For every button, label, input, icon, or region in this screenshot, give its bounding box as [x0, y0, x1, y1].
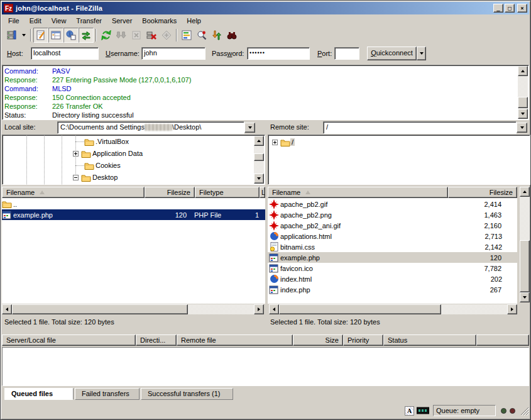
toggle-local-tree-button[interactable] — [48, 28, 63, 43]
filter-button[interactable] — [179, 28, 194, 43]
tree-item-root[interactable]: / — [272, 136, 295, 148]
remote-file-row[interactable]: index.php 267 — [268, 284, 517, 295]
remote-site-combo-dropdown[interactable] — [517, 123, 527, 133]
quickconnect-button[interactable]: Quickconnect — [367, 47, 417, 60]
remote-list-hscrollbar-thumb[interactable] — [279, 304, 441, 314]
menu-edit[interactable]: Edit — [25, 16, 47, 26]
queue-column-direction[interactable]: Directi... — [136, 334, 177, 346]
menu-help[interactable]: Help — [182, 16, 206, 26]
menu-transfer[interactable]: Transfer — [71, 16, 107, 26]
toggle-transfer-queue-button[interactable] — [79, 28, 94, 43]
folder-icon — [81, 174, 91, 182]
local-column-filesize[interactable]: Filesize — [145, 187, 195, 198]
remote-file-row[interactable]: index.html 202 — [268, 274, 517, 284]
log-scroll-down-button[interactable] — [518, 109, 528, 119]
toggle-remote-tree-button[interactable] — [63, 28, 79, 43]
filename-cell: applications.html — [280, 233, 447, 240]
filename-cell: bitnami.css — [280, 243, 447, 251]
refresh-button[interactable] — [99, 28, 114, 43]
port-input[interactable] — [334, 47, 359, 60]
tree-item-cookies[interactable]: Cookies — [73, 160, 122, 171]
find-files-button[interactable] — [224, 28, 239, 43]
tab-queued-files[interactable]: Queued files — [4, 388, 74, 400]
tree-item-virtualbox[interactable]: .VirtualBox — [73, 136, 130, 147]
queue-column-server-local-file[interactable]: Server/Local file — [2, 334, 136, 346]
log-scroll-up-button[interactable] — [518, 66, 528, 76]
remote-list-scroll-right-button[interactable] — [507, 304, 517, 314]
local-file-row-parent[interactable]: .. — [2, 199, 265, 209]
site-manager-dropdown-button[interactable] — [19, 28, 28, 43]
remote-file-row[interactable]: apache_pb2.png 1,463 — [268, 209, 517, 220]
remote-list-scrollbar-thumb[interactable] — [520, 240, 530, 292]
tab-successful-transfers[interactable]: Successful transfers (1) — [141, 388, 233, 400]
host-input[interactable]: localhost — [31, 47, 99, 60]
remote-list-scroll-left-button[interactable] — [269, 304, 279, 314]
toggle-message-log-button[interactable] — [33, 28, 48, 43]
tab-failed-transfers[interactable]: Failed transfers — [75, 388, 140, 400]
local-column-filetype[interactable]: Filetype — [195, 187, 260, 198]
reconnect-button[interactable] — [159, 28, 174, 43]
remote-file-row[interactable]: apache_pb2.gif 2,414 — [268, 199, 517, 209]
close-button[interactable]: × — [517, 4, 527, 13]
remote-file-row[interactable]: apache_pb2_ani.gif 2,160 — [268, 220, 517, 231]
arrow-right-icon — [511, 307, 513, 311]
disconnect-button[interactable] — [144, 28, 159, 43]
remote-file-row[interactable]: favicon.ico 7,782 — [268, 263, 517, 274]
collapse-minus-icon[interactable] — [73, 175, 79, 180]
datatype-ascii-icon[interactable]: A — [405, 406, 414, 416]
indicator-badge-icon[interactable] — [417, 407, 429, 414]
cancel-operation-button[interactable] — [129, 28, 144, 43]
queue-column-status[interactable]: Status — [383, 334, 476, 346]
local-list-hscrollbar-thumb[interactable] — [12, 304, 188, 314]
local-site-path-combo[interactable]: C:\Documents and Settings\Desktop\ — [57, 121, 244, 134]
tree-guide-line — [26, 135, 27, 184]
php-file-icon — [269, 253, 279, 262]
tree-item-application-data[interactable]: Application Data — [73, 148, 144, 159]
menu-server[interactable]: Server — [107, 16, 137, 26]
resize-grip[interactable] — [519, 406, 529, 416]
username-input[interactable]: john — [141, 47, 205, 60]
remote-list-scroll-up-button[interactable] — [520, 187, 530, 197]
remote-file-row[interactable]: bitnami.css 2,142 — [268, 241, 517, 252]
filename-cell: apache_pb2.gif — [280, 201, 446, 208]
menu-view[interactable]: View — [47, 16, 72, 26]
menu-file[interactable]: File — [3, 16, 25, 26]
local-site-bar: Local site: C:\Documents and Settings\De… — [2, 121, 266, 135]
remote-file-row[interactable]: applications.html 2,713 — [268, 231, 517, 241]
process-queue-button[interactable] — [114, 28, 129, 43]
log-scrollbar-thumb[interactable] — [518, 97, 528, 108]
local-column-filename[interactable]: Filename — [2, 187, 145, 198]
expand-plus-icon[interactable] — [272, 140, 278, 145]
expand-plus-icon[interactable] — [73, 151, 79, 157]
directory-comparison-button[interactable] — [194, 28, 209, 43]
queue-column-remote-file[interactable]: Remote file — [177, 334, 293, 346]
local-tree-scroll-up-button[interactable] — [254, 136, 264, 146]
remote-column-filename[interactable]: Filename — [268, 187, 448, 198]
remote-column-filesize[interactable]: Filesize — [448, 187, 517, 198]
queue-column-size[interactable]: Size — [293, 334, 343, 346]
log-line-text: 150 Connection accepted — [52, 93, 131, 102]
activity-led-red-icon — [510, 408, 515, 414]
local-file-row-selected[interactable]: example.php 120 PHP File 1 — [2, 209, 265, 220]
tree-item-desktop[interactable]: Desktop — [73, 172, 119, 183]
remote-list-scroll-down-button[interactable] — [520, 292, 530, 302]
local-list-scroll-left-button[interactable] — [2, 304, 12, 314]
password-input[interactable]: •••••• — [247, 47, 310, 60]
quickconnect-dropdown-button[interactable] — [417, 47, 426, 60]
remote-site-path-combo[interactable]: / — [323, 121, 517, 134]
synchronized-browsing-button[interactable] — [209, 28, 224, 43]
local-tree-scroll-down-button[interactable] — [254, 174, 264, 184]
queue-column-priority[interactable]: Priority — [343, 334, 383, 346]
remote-file-row-selected[interactable]: example.php 120 — [268, 252, 517, 263]
local-tree-scrollbar-thumb[interactable] — [254, 153, 264, 161]
maximize-button[interactable]: □ — [505, 4, 515, 13]
site-manager-button[interactable] — [4, 28, 19, 43]
local-site-combo-dropdown[interactable] — [244, 123, 255, 133]
local-selection-status: Selected 1 file. Total size: 120 bytes — [2, 317, 265, 327]
menu-bookmarks[interactable]: Bookmarks — [137, 16, 182, 26]
local-list-scroll-right-button[interactable] — [254, 304, 264, 314]
arrow-up-icon — [523, 191, 527, 193]
local-column-last-modified[interactable]: L — [260, 187, 265, 198]
minimize-button[interactable]: _ — [493, 4, 503, 13]
queue-list-empty — [2, 347, 529, 386]
